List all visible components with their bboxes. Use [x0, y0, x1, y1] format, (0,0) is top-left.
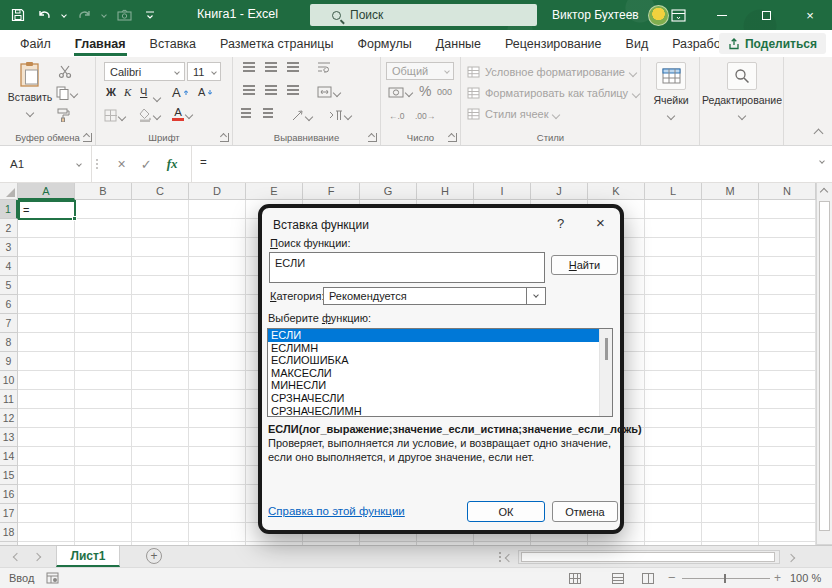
name-box[interactable]: A1 [0, 146, 92, 182]
customize-qat-icon[interactable] [142, 7, 158, 23]
column-header[interactable]: D [189, 183, 246, 200]
percent-style-button[interactable]: % [419, 83, 431, 99]
function-list-item[interactable]: МИНЕСЛИ [268, 379, 599, 392]
active-cell[interactable]: = [18, 200, 76, 220]
function-list-item[interactable]: СРЗНАЧЕСЛИ [268, 392, 599, 405]
undo-dropdown-icon[interactable] [61, 12, 67, 18]
copy-button[interactable] [56, 86, 77, 100]
vertical-scroll-thumb[interactable] [819, 201, 830, 531]
hscroll-right-icon[interactable] [787, 554, 795, 562]
styles-menu-item[interactable]: Условное форматирование [467, 61, 639, 82]
row-header[interactable]: 6 [0, 295, 18, 314]
clipboard-dialog-launcher-icon[interactable] [83, 133, 92, 142]
row-header[interactable]: 3 [0, 238, 18, 257]
list-scrollbar[interactable] [599, 329, 612, 416]
enter-entry-button[interactable]: ✓ [141, 157, 152, 172]
cells-button[interactable]: Ячейки [655, 62, 687, 121]
save-icon[interactable] [10, 7, 26, 23]
column-header[interactable]: K [588, 183, 645, 200]
ribbon-tab[interactable]: Рецензирование [493, 30, 614, 57]
maximize-button[interactable] [744, 0, 788, 30]
fill-color-button[interactable] [138, 108, 160, 122]
italic-button[interactable]: К [124, 86, 131, 98]
function-list-item[interactable]: ЕСЛИОШИБКА [268, 354, 599, 367]
row-header[interactable]: 8 [0, 333, 18, 352]
add-sheet-button[interactable]: + [146, 548, 162, 564]
ribbon-tab[interactable]: Файл [8, 30, 63, 57]
row-header[interactable]: 1 [0, 200, 18, 219]
paste-button[interactable]: Вставить [8, 61, 52, 118]
function-list-item[interactable]: ЕСЛИМН [268, 342, 599, 355]
cut-button[interactable] [58, 65, 72, 78]
ok-button[interactable]: ОК [467, 501, 545, 522]
function-list-item[interactable]: ЕСЛИ [268, 329, 599, 342]
number-dialog-launcher-icon[interactable] [448, 133, 457, 142]
accounting-format-button[interactable] [388, 86, 412, 98]
tab-scroll-splitter[interactable] [499, 552, 501, 554]
font-color-button[interactable]: А [172, 107, 192, 121]
function-list[interactable]: ЕСЛИЕСЛИМНЕСЛИОШИБКАМАКСЕСЛИМИНЕСЛИСРЗНА… [267, 328, 613, 417]
cancel-entry-button[interactable]: × [118, 156, 126, 172]
chevron-down-icon[interactable] [154, 91, 160, 103]
row-header[interactable]: 18 [0, 523, 18, 542]
font-name-combo[interactable]: Calibri [104, 62, 185, 81]
number-format-combo[interactable]: Общий [386, 62, 454, 80]
expand-formula-bar-icon[interactable] [819, 158, 825, 164]
ribbon-tab[interactable]: Данные [424, 30, 493, 57]
cancel-button[interactable]: Отмена [552, 501, 618, 522]
formula-bar-splitter[interactable] [96, 159, 98, 161]
normal-view-icon[interactable] [569, 573, 581, 584]
row-header[interactable]: 15 [0, 466, 18, 485]
row-header[interactable]: 17 [0, 504, 18, 523]
column-header[interactable]: A [18, 183, 75, 200]
horizontal-scroll-thumb[interactable] [521, 552, 775, 562]
function-list-item[interactable]: СРЗНАЧЕСЛИМН [268, 405, 599, 417]
macro-record-icon[interactable] [46, 572, 59, 584]
row-header[interactable]: 14 [0, 447, 18, 466]
ribbon-tab[interactable]: Вид [614, 30, 661, 57]
close-button[interactable]: × [788, 0, 832, 30]
scroll-up-icon[interactable] [820, 188, 828, 196]
editing-button[interactable]: Редактирование [726, 62, 758, 121]
dialog-help-button[interactable]: ? [557, 216, 564, 231]
zoom-level[interactable]: 100 % [790, 572, 821, 584]
insert-function-button[interactable]: fx [167, 156, 178, 172]
font-size-combo[interactable]: 11 [187, 62, 221, 81]
increase-decimal-button[interactable]: ←.0 [389, 111, 405, 121]
row-header[interactable]: 10 [0, 371, 18, 390]
row-header[interactable]: 11 [0, 390, 18, 409]
fill-handle[interactable] [72, 216, 77, 221]
share-button[interactable]: Поделиться [719, 33, 826, 54]
zoom-out-button[interactable]: − [668, 570, 676, 585]
decrease-decimal-button[interactable]: .00→ [415, 111, 435, 121]
ribbon-tab[interactable]: Главная [63, 30, 138, 57]
formula-input[interactable]: = [200, 156, 207, 168]
row-header[interactable]: 7 [0, 314, 18, 333]
zoom-slider[interactable] [682, 578, 770, 579]
column-header[interactable]: H [417, 183, 474, 200]
horizontal-scrollbar[interactable] [518, 550, 780, 564]
column-header[interactable]: I [474, 183, 531, 200]
row-header[interactable]: 5 [0, 276, 18, 295]
ribbon-display-options-icon[interactable] [656, 0, 700, 30]
ribbon-tab[interactable]: Разметка страницы [208, 30, 345, 57]
alignment-dialog-launcher-icon[interactable] [368, 133, 377, 142]
dialog-close-button[interactable]: × [596, 214, 605, 231]
account-area[interactable]: Виктор Бухтеев [552, 0, 669, 30]
collapse-ribbon-icon[interactable] [814, 129, 824, 139]
zoom-in-button[interactable]: + [774, 571, 781, 585]
page-break-view-icon[interactable] [642, 573, 654, 584]
find-button[interactable]: Найти [551, 255, 618, 275]
column-header[interactable]: B [75, 183, 132, 200]
orientation-button[interactable] [291, 109, 312, 122]
row-header[interactable]: 2 [0, 219, 18, 238]
format-painter-button[interactable] [56, 108, 70, 122]
camera-icon[interactable] [116, 7, 132, 23]
merge-center-button[interactable] [317, 86, 340, 98]
category-combo[interactable]: Рекомендуется [323, 287, 546, 305]
column-header[interactable]: J [531, 183, 588, 200]
minimize-button[interactable] [700, 0, 744, 30]
borders-button[interactable] [104, 109, 125, 122]
sheet-nav-right-icon[interactable] [33, 553, 41, 561]
column-header[interactable]: N [759, 183, 816, 200]
